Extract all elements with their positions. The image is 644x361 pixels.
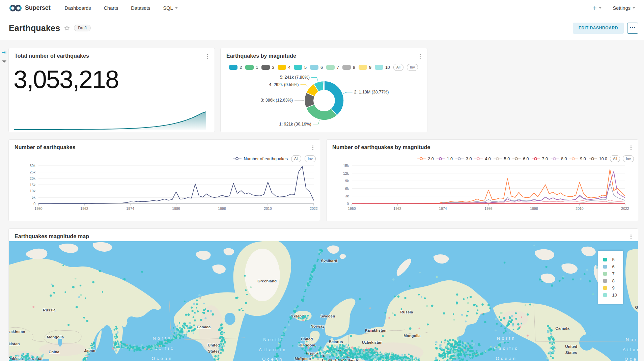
line-chart-canvas[interactable]: 05k10k15k20k25k30k1950196219741986199820…: [9, 140, 320, 222]
more-options-button[interactable]: ···: [627, 23, 638, 34]
map-label: Svalbard: [321, 259, 337, 263]
inv-pill[interactable]: Inv: [305, 155, 316, 162]
map-label: North: [626, 337, 638, 342]
legend-item-9.0[interactable]: 9.0: [569, 157, 586, 161]
donut-legend: 21345678910AllInv: [224, 64, 423, 71]
map-legend-item-5: 5: [603, 257, 617, 262]
svg-text:1974: 1974: [439, 206, 447, 211]
map-label: Atlantic: [623, 347, 638, 352]
chevron-down-icon: [175, 7, 178, 9]
world-map[interactable]: RussiaMongoliaChinaJapanzakhstankistanPa…: [9, 241, 638, 361]
inv-pill[interactable]: Inv: [623, 155, 634, 162]
all-pill[interactable]: All: [610, 155, 620, 162]
svg-text:10k: 10k: [30, 189, 36, 193]
legend-item-2[interactable]: 2: [229, 65, 242, 70]
legend-item-10.0[interactable]: 10.0: [589, 157, 607, 161]
superset-logo-icon[interactable]: [9, 4, 22, 12]
map-label: Ocean: [262, 357, 283, 361]
filter-rail: [0, 40, 8, 361]
card-number-of-earthquakes: Number of earthquakes Number of earthqua…: [8, 139, 320, 221]
legend-item-8.0[interactable]: 8.0: [551, 157, 567, 161]
legend-item-1.0[interactable]: 1.0: [437, 157, 453, 161]
map-label: United: [565, 344, 577, 349]
map-label: Morocco: [295, 357, 311, 361]
svg-text:15k: 15k: [30, 183, 36, 187]
legend-item-3[interactable]: 3: [261, 65, 274, 70]
svg-text:1986: 1986: [484, 206, 493, 211]
superset-dashboard: { "nav":{"brand":"Superset","menu":["Das…: [0, 0, 644, 361]
big-number-value: 3,053,218: [13, 65, 118, 94]
filter-icon[interactable]: [2, 59, 7, 65]
brand-name: Superset: [25, 4, 50, 11]
legend-item-4.0[interactable]: 4.0: [474, 157, 491, 161]
chevron-down-icon: [633, 7, 635, 9]
line-chart-canvas[interactable]: 03k6k9k12k15k195019621974198619982010202…: [327, 140, 639, 222]
legend-item-8[interactable]: 8: [342, 65, 355, 70]
legend-item-2.0[interactable]: 2.0: [417, 157, 433, 161]
legend-item-6.0[interactable]: 6.0: [512, 157, 529, 161]
legend-item-4[interactable]: 4: [278, 65, 290, 70]
map-label: States: [208, 349, 219, 353]
all-pill[interactable]: All: [291, 155, 301, 162]
nav-item-charts[interactable]: Charts: [104, 5, 118, 11]
map-label: Ocean: [624, 357, 638, 361]
map-label: North: [263, 337, 282, 342]
line-chart-legend: Number of earthquakesAllInv: [12, 155, 316, 162]
svg-text:2: 1.18M (38.77%): 2: 1.18M (38.77%): [354, 90, 389, 94]
legend-item-10[interactable]: 10: [375, 65, 390, 70]
donut-slice-1: [306, 105, 337, 120]
map-label: Ocean: [151, 356, 173, 361]
all-pill[interactable]: All: [393, 64, 403, 71]
dashboard-header: Earthquakes Draft EDIT DASHBOARD ···: [0, 16, 644, 40]
map-legend: 5678910: [598, 251, 623, 304]
svg-text:20k: 20k: [30, 176, 36, 180]
card-title: Earthquakes magnitude map: [15, 233, 89, 240]
card-menu-kebab-icon[interactable]: [627, 233, 635, 241]
svg-text:1950: 1950: [348, 206, 356, 211]
legend-item-6[interactable]: 6: [310, 65, 323, 70]
map-label: Sweden: [320, 314, 335, 318]
legend-item-7.0[interactable]: 7.0: [532, 157, 548, 161]
svg-text:1: 921k (30.16%): 1: 921k (30.16%): [279, 122, 311, 127]
map-label: Ocean: [496, 356, 517, 361]
page-title: Earthquakes: [9, 23, 60, 33]
nav-item-sql[interactable]: SQL: [163, 5, 178, 11]
expand-filter-bar-icon[interactable]: [2, 50, 7, 56]
favorite-star-icon[interactable]: [64, 25, 70, 31]
legend-item-number-of-earthquakes[interactable]: Number of earthquakes: [233, 157, 288, 161]
edit-dashboard-button[interactable]: EDIT DASHBOARD: [573, 23, 624, 34]
svg-text:0: 0: [347, 202, 349, 206]
legend-item-5[interactable]: 5: [294, 65, 307, 70]
legend-item-7[interactable]: 7: [326, 65, 339, 70]
map-label: Uzbekistan: [362, 340, 383, 344]
card-menu-kebab-icon[interactable]: [204, 52, 211, 60]
legend-item-9[interactable]: 9: [359, 65, 371, 70]
card-total-earthquakes: Total number of earthquakes 3,053,218: [8, 48, 215, 132]
map-legend-item-6: 6: [603, 264, 617, 269]
svg-text:1974: 1974: [126, 206, 134, 211]
map-label: Mongolia: [47, 335, 64, 339]
svg-text:1998: 1998: [530, 206, 538, 211]
nav-item-dashboards[interactable]: Dashboards: [64, 5, 91, 11]
svg-text:3k: 3k: [345, 194, 349, 198]
card-title: Total number of earthquakes: [15, 53, 89, 59]
svg-text:2010: 2010: [264, 206, 272, 211]
svg-text:1998: 1998: [218, 206, 226, 211]
card-earthquakes-by-magnitude-series: Number of earthquakes by magnitude 2.01.…: [326, 139, 638, 221]
legend-item-5.0[interactable]: 5.0: [494, 157, 510, 161]
nav-item-datasets[interactable]: Datasets: [131, 5, 150, 11]
map-label: Belarus: [329, 340, 343, 344]
svg-text:1962: 1962: [80, 206, 88, 211]
donut-chart-canvas[interactable]: 2: 1.18M (38.77%)1: 921k (30.16%)3: 386k…: [221, 48, 428, 133]
new-item-button[interactable]: +: [593, 5, 601, 11]
card-earthquakes-by-magnitude: Earthquakes by magnitude 21345678910AllI…: [220, 48, 427, 132]
top-nav: Superset Dashboards Charts Datasets SQL …: [0, 0, 644, 16]
legend-item-3.0[interactable]: 3.0: [455, 157, 472, 161]
map-canvas: RussiaMongoliaChinaJapanzakhstankistanPa…: [9, 241, 638, 361]
map-label: Canada: [555, 326, 569, 330]
svg-text:1986: 1986: [172, 206, 180, 211]
legend-item-1[interactable]: 1: [245, 65, 258, 70]
inv-pill[interactable]: Inv: [407, 64, 418, 71]
map-label: Norway: [311, 324, 325, 328]
settings-menu[interactable]: Settings: [613, 5, 635, 11]
